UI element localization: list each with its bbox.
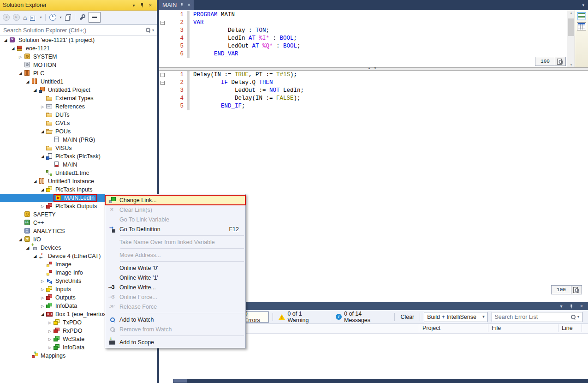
expander-icon[interactable]: ▷ [46, 346, 53, 350]
expander-icon[interactable]: ◢ [31, 88, 39, 92]
tab-pin-icon[interactable] [180, 3, 184, 7]
tree-item-references[interactable]: ▷References [0, 102, 157, 111]
error-search-input[interactable] [492, 312, 582, 322]
horizontal-scrollbar[interactable] [173, 379, 588, 383]
expander-icon[interactable]: ▷ [39, 296, 46, 300]
tree-item-main-prg[interactable]: MAIN (PRG) [0, 136, 157, 144]
expander-icon[interactable]: ▷ [39, 279, 46, 283]
search-icon[interactable] [145, 27, 151, 33]
tree-item-duts[interactable]: DUTs [0, 111, 157, 119]
menu-item-online-write-1[interactable]: Online Write '1' [105, 273, 245, 282]
table-view-icon[interactable] [577, 22, 586, 30]
menu-item-add-to-scope[interactable]: Add to Scope [105, 337, 245, 347]
menu-item-online-write-0[interactable]: Online Write '0' [105, 263, 245, 273]
tree-item-untitled1-instance[interactable]: ◢Untitled1 Instance [0, 177, 157, 186]
home-button[interactable]: ⌂ [22, 13, 28, 22]
search-caret-icon[interactable]: ▾ [577, 315, 579, 319]
zoom-level-bottom[interactable]: 100 [551, 285, 571, 294]
expander-icon[interactable]: ▷ [39, 204, 46, 209]
expander-icon[interactable]: ◢ [39, 154, 46, 159]
zoom-magnifier-icon[interactable] [555, 57, 566, 66]
expander-icon[interactable]: ◢ [24, 245, 31, 250]
expander-icon[interactable]: ◢ [17, 237, 24, 242]
tab-list-caret-icon[interactable]: ▾ [582, 3, 584, 7]
window-menu-caret-icon[interactable]: ▾ [130, 1, 137, 9]
scroll-down-icon[interactable]: ▾ [567, 63, 575, 67]
fold-toggle[interactable] [159, 19, 167, 27]
tree-item-untitled1-tmc[interactable]: Untitled1.tmc [0, 169, 157, 177]
warnings-filter-button[interactable]: 0 of 1 Warning [277, 312, 327, 322]
expander-icon[interactable]: ▷ [39, 304, 46, 308]
menu-item-add-to-watch[interactable]: Add to Watch [105, 315, 245, 324]
expander-icon[interactable]: ◢ [2, 38, 9, 42]
scroll-up-icon[interactable]: ▴ [567, 11, 575, 15]
error-source-dropdown[interactable]: Build + IntelliSense ▼ [424, 312, 487, 322]
sync-with-active-document-button[interactable] [64, 13, 72, 22]
expander-icon[interactable]: ▷ [39, 287, 46, 292]
tree-item-visus[interactable]: VISUs [0, 144, 157, 152]
column-file[interactable]: File [492, 325, 501, 331]
tree-item-pous[interactable]: ◢POUs [0, 127, 157, 136]
scrollbar-thumb[interactable] [568, 18, 574, 36]
expander-icon[interactable]: ◢ [39, 312, 46, 317]
expander-icon[interactable]: ▷ [39, 105, 46, 109]
back-button[interactable]: ◂ [2, 13, 11, 22]
splitter-handle-icon[interactable]: ▲▼ [368, 66, 380, 70]
tree-item-eoe-1121[interactable]: ◢eoe-1121 [0, 44, 157, 53]
expander-icon[interactable]: ◢ [39, 129, 46, 134]
tree-item-untitled1-project[interactable]: ◢Untitled1 Project [0, 86, 157, 94]
tree-item-external-types[interactable]: External Types [0, 94, 157, 102]
close-icon[interactable]: × [578, 303, 585, 310]
text-view-icon[interactable] [577, 12, 586, 20]
tree-item-motion[interactable]: MOTION [0, 61, 157, 69]
expander-icon[interactable]: ◢ [31, 179, 39, 184]
expander-icon[interactable]: ▷ [46, 321, 53, 325]
scrollbar-thumb[interactable] [173, 379, 187, 383]
collapse-all-caret-icon[interactable]: ▾ [39, 13, 42, 22]
pin-icon[interactable] [138, 1, 146, 9]
tree-item-system[interactable]: ▷SYSTEM [0, 53, 157, 61]
menu-item-online-write[interactable]: Online Write... [105, 282, 245, 292]
tree-item-plctask-plctask[interactable]: ◢PlcTask (PlcTask) [0, 152, 157, 161]
expander-icon[interactable]: ▷ [17, 55, 24, 59]
tree-item-gvls[interactable]: GVLs [0, 119, 157, 127]
menu-item-change-link[interactable]: Change Link... [105, 195, 245, 205]
messages-filter-button[interactable]: i 0 of 14 Messages [334, 312, 391, 322]
fold-toggle[interactable] [159, 71, 167, 79]
expander-icon[interactable]: ◢ [17, 71, 24, 76]
tree-item-untitled1[interactable]: ◢Untitled1 [0, 78, 157, 86]
editor-splitter[interactable]: ▲▼ [159, 67, 588, 71]
zoom-magnifier-icon[interactable] [571, 285, 582, 294]
expander-icon[interactable]: ▷ [46, 329, 53, 333]
search-input[interactable] [0, 25, 157, 36]
expander-icon[interactable]: ▷ [46, 337, 53, 341]
tree-item-plctask-inputs[interactable]: ◢PlcTask Inputs [0, 186, 157, 194]
tree-item-main[interactable]: MAIN [0, 161, 157, 169]
fold-toggle[interactable] [159, 79, 167, 87]
clear-button[interactable]: Clear [398, 312, 416, 322]
column-project[interactable]: Project [422, 325, 440, 331]
pending-changes-filter-button[interactable] [48, 13, 57, 22]
expander-icon[interactable]: ◢ [31, 254, 39, 258]
filter-caret-icon[interactable]: ▾ [59, 13, 62, 22]
search-caret-icon[interactable]: ▾ [152, 28, 154, 32]
properties-wrench-button[interactable] [78, 13, 86, 22]
pin-icon[interactable] [568, 303, 575, 310]
expander-icon[interactable]: ◢ [39, 187, 46, 192]
column-line[interactable]: Line [562, 325, 573, 331]
tree-item-plc[interactable]: ◢PLC [0, 69, 157, 78]
declaration-editor[interactable]: 1PROGRAM MAIN2VAR3 Delay : TON;4 LedIn A… [159, 10, 588, 67]
tree-item-mappings[interactable]: Mappings [0, 352, 157, 360]
collapse-all-button[interactable] [29, 13, 37, 22]
preview-selected-items-toggle[interactable] [88, 13, 101, 22]
tab-close-icon[interactable]: × [187, 2, 190, 8]
vertical-scrollbar[interactable]: ▴ ▾ [567, 10, 575, 67]
forward-button[interactable]: ▸ [12, 13, 21, 22]
zoom-level-top[interactable]: 100 [535, 57, 555, 66]
expander-icon[interactable]: ◢ [24, 79, 31, 84]
menu-item-go-to-definition[interactable]: Go To DefinitionF12 [105, 224, 245, 234]
tree-item-solution-eoe-1121-1-project[interactable]: ◢Solution 'eoe-1121' (1 project) [0, 36, 157, 44]
window-menu-caret-icon[interactable]: ▾ [558, 303, 565, 310]
search-icon[interactable] [570, 314, 576, 320]
expander-icon[interactable]: ◢ [9, 46, 17, 51]
